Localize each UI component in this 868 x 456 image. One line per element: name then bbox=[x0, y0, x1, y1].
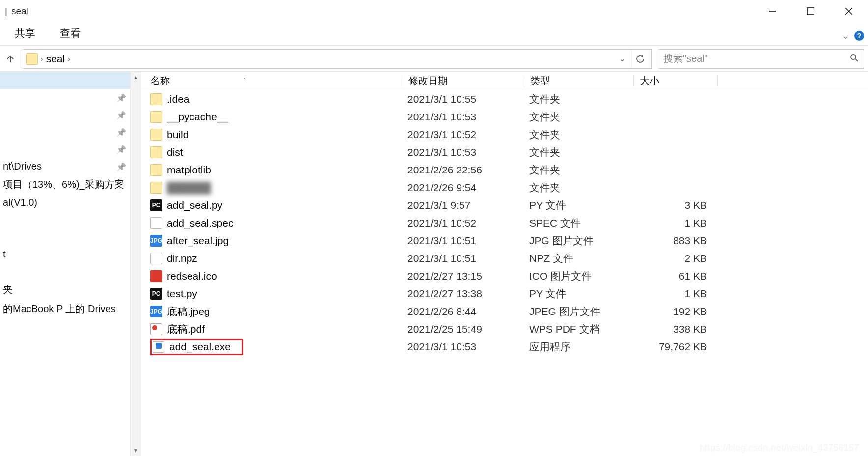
maximize-button[interactable] bbox=[791, 0, 830, 23]
file-name: 底稿.jpeg bbox=[167, 305, 210, 318]
file-row[interactable]: PCtest.py2021/2/27 13:38PY 文件1 KB bbox=[141, 285, 868, 303]
sidebar-item[interactable]: 📌 bbox=[0, 89, 130, 106]
file-row[interactable]: redseal.ico2021/2/27 13:15ICO 图片文件61 KB bbox=[141, 267, 868, 285]
pin-icon: 📌 bbox=[116, 111, 125, 119]
breadcrumb-separator: › bbox=[68, 55, 70, 63]
sidebar-item[interactable]: 项目（13%、6%)_采购方案 bbox=[0, 175, 130, 194]
sidebar-item[interactable] bbox=[0, 263, 130, 280]
scroll-up-icon[interactable]: ▲ bbox=[131, 72, 141, 83]
nav-row: › seal › ⌄ 搜索"seal" bbox=[0, 46, 868, 72]
column-header-size[interactable]: 大小 bbox=[634, 74, 717, 87]
file-name: __pycache__ bbox=[167, 111, 228, 123]
file-row[interactable]: __pycache__2021/3/1 10:53文件夹 bbox=[141, 108, 868, 126]
search-input[interactable]: 搜索"seal" bbox=[658, 49, 864, 69]
jpg-icon: JPG bbox=[150, 235, 162, 247]
file-date: 2021/2/26 8:44 bbox=[402, 306, 523, 317]
py-icon: PC bbox=[150, 200, 162, 211]
file-row[interactable]: dist2021/3/1 10:53文件夹 bbox=[141, 143, 868, 161]
file-row[interactable]: JPG底稿.jpeg2021/2/26 8:44JPEG 图片文件192 KB bbox=[141, 303, 868, 320]
file-row[interactable]: .idea2021/3/1 10:55文件夹 bbox=[141, 90, 868, 108]
sidebar-item[interactable] bbox=[0, 72, 130, 89]
file-row[interactable]: 底稿.pdf2021/2/25 15:49WPS PDF 文档338 KB bbox=[141, 320, 868, 338]
file-name: 底稿.pdf bbox=[167, 322, 205, 336]
file-row[interactable]: matplotlib2021/2/26 22:56文件夹 bbox=[141, 161, 868, 179]
help-icon[interactable]: ? bbox=[854, 31, 864, 41]
sidebar-item[interactable] bbox=[0, 228, 130, 246]
sidebar-item[interactable]: t bbox=[0, 246, 130, 263]
file-size: 1 KB bbox=[632, 288, 716, 300]
sidebar-item-label bbox=[3, 266, 6, 277]
file-date: 2021/3/1 10:51 bbox=[402, 235, 523, 247]
svg-point-4 bbox=[851, 55, 856, 59]
svg-rect-1 bbox=[807, 8, 814, 15]
highlight-box: add_seal.exe bbox=[150, 339, 243, 355]
file-type: 应用程序 bbox=[523, 340, 632, 354]
sidebar-item[interactable]: 📌 bbox=[0, 106, 130, 123]
file-row[interactable]: PCadd_seal.py2021/3/1 9:57PY 文件3 KB bbox=[141, 197, 868, 214]
sidebar-item[interactable]: nt\Drives📌 bbox=[0, 158, 130, 175]
svg-line-5 bbox=[855, 59, 858, 61]
sidebar-item-label bbox=[3, 109, 6, 120]
file-row[interactable]: add_seal.spec2021/3/1 10:52SPEC 文件1 KB bbox=[141, 214, 868, 232]
file-row[interactable]: dir.npz2021/3/1 10:51NPZ 文件2 KB bbox=[141, 250, 868, 267]
file-name: redseal.ico bbox=[167, 270, 217, 282]
file-row[interactable]: build2021/3/1 10:52文件夹 bbox=[141, 126, 868, 143]
file-date: 2021/2/26 22:56 bbox=[402, 164, 523, 176]
sidebar-item[interactable] bbox=[0, 211, 130, 228]
column-header-date[interactable]: 修改日期 bbox=[402, 74, 524, 87]
nav-up-button[interactable] bbox=[4, 51, 17, 67]
sidebar-item[interactable]: 📌 bbox=[0, 123, 130, 141]
file-size: 883 KB bbox=[632, 235, 716, 247]
file-date: 2021/3/1 10:53 bbox=[402, 146, 523, 158]
file-list: 名称 ˆ 修改日期 类型 大小 .idea2021/3/1 10:55文件夹__… bbox=[141, 72, 868, 456]
tab-share[interactable]: 共享 bbox=[15, 27, 35, 45]
file-type: 文件夹 bbox=[523, 163, 632, 177]
ribbon-expand-icon[interactable]: ⌄ bbox=[842, 30, 849, 41]
address-bar[interactable]: › seal › ⌄ bbox=[23, 49, 652, 69]
file-size: 338 KB bbox=[632, 323, 716, 335]
column-header-type[interactable]: 类型 bbox=[524, 74, 633, 87]
file-type: SPEC 文件 bbox=[523, 216, 632, 230]
refresh-button[interactable] bbox=[631, 50, 649, 68]
close-button[interactable] bbox=[830, 0, 868, 23]
file-name: dist bbox=[167, 146, 183, 158]
file-name: after_seal.jpg bbox=[167, 235, 229, 247]
ribbon: 共享 查看 ⌄ ? bbox=[0, 23, 868, 46]
file-size: 2 KB bbox=[632, 253, 716, 264]
file-type: 文件夹 bbox=[523, 181, 632, 195]
sidebar-item[interactable]: al(V1.0) bbox=[0, 194, 130, 211]
address-history-chevron-icon[interactable]: ⌄ bbox=[616, 54, 628, 64]
tab-view[interactable]: 查看 bbox=[60, 27, 81, 45]
file-date: 2021/3/1 10:52 bbox=[402, 129, 523, 141]
file-date: 2021/3/1 9:57 bbox=[402, 200, 523, 211]
file-name: build bbox=[167, 129, 189, 141]
sidebar-item[interactable]: 的MacBook P 上的 Drives bbox=[0, 299, 130, 318]
minimize-button[interactable] bbox=[753, 0, 791, 23]
breadcrumb-current[interactable]: seal bbox=[46, 53, 65, 65]
sidebar-item-label: 项目（13%、6%)_采购方案 bbox=[3, 178, 124, 191]
column-headers: 名称 ˆ 修改日期 类型 大小 bbox=[141, 72, 868, 90]
file-size: 61 KB bbox=[632, 270, 716, 282]
sidebar-item[interactable]: 📌 bbox=[0, 141, 130, 158]
file-type: 文件夹 bbox=[523, 110, 632, 124]
file-name: add_seal.spec bbox=[167, 217, 233, 229]
scroll-down-icon[interactable]: ▼ bbox=[131, 445, 141, 456]
file-row[interactable]: JPGafter_seal.jpg2021/3/1 10:51JPG 图片文件8… bbox=[141, 232, 868, 250]
sidebar-scrollbar[interactable]: ▲ ▼ bbox=[130, 72, 141, 456]
window-controls bbox=[753, 0, 868, 23]
file-name: test.py bbox=[167, 288, 197, 300]
breadcrumb-separator: › bbox=[41, 55, 43, 63]
file-row[interactable]: ██████2021/2/26 9:54文件夹 bbox=[141, 179, 868, 197]
file-date: 2021/3/1 10:51 bbox=[402, 253, 523, 264]
file-date: 2021/3/1 10:53 bbox=[402, 341, 523, 353]
sidebar-item[interactable]: 夹 bbox=[0, 280, 130, 299]
title-left: | seal bbox=[5, 6, 28, 17]
file-date: 2021/2/27 13:38 bbox=[402, 288, 523, 300]
file-name: add_seal.exe bbox=[169, 341, 231, 353]
pdf-icon bbox=[150, 323, 162, 335]
file-date: 2021/3/1 10:53 bbox=[402, 111, 523, 123]
file-row[interactable]: add_seal.exe2021/3/1 10:53应用程序79,762 KB bbox=[141, 338, 868, 356]
sidebar-item-label bbox=[3, 214, 6, 226]
column-header-name[interactable]: 名称 ˆ bbox=[141, 74, 402, 87]
sidebar-item-label bbox=[3, 231, 6, 243]
